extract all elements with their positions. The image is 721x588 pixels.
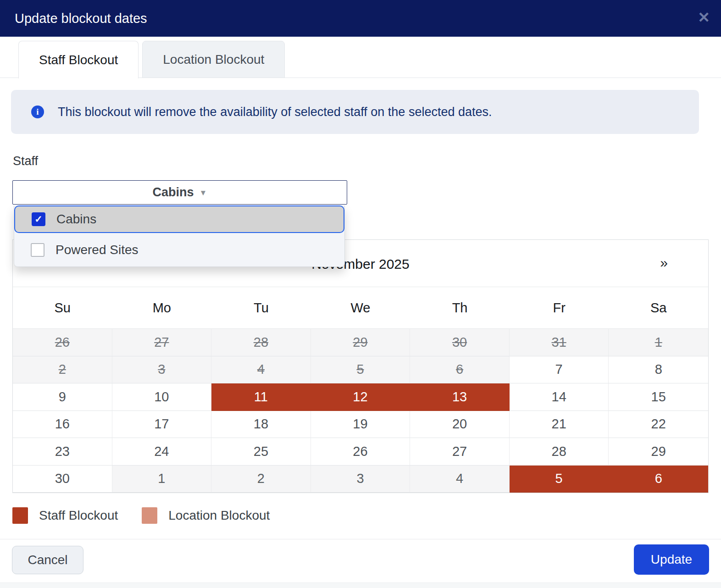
staff-dropdown-trigger[interactable]: Cabins ▼ xyxy=(12,180,347,205)
calendar-day-17-normal[interactable]: 17 xyxy=(112,411,212,438)
cancel-button[interactable]: Cancel xyxy=(12,546,83,574)
chevron-down-icon: ▼ xyxy=(200,187,207,198)
calendar-day-27-disabled[interactable]: 27 xyxy=(112,329,212,356)
calendar-day-8-normal[interactable]: 8 xyxy=(609,356,708,384)
modal-header: Update blockout dates ✕ xyxy=(0,0,721,37)
calendar-day-14-normal[interactable]: 14 xyxy=(510,383,609,411)
calendar-day-30-disabled[interactable]: 30 xyxy=(410,329,510,356)
calendar-day-23-normal[interactable]: 23 xyxy=(13,438,112,466)
day-header-we: We xyxy=(311,300,410,316)
legend-item-location-blockout: Location Blockout xyxy=(142,507,270,524)
calendar-grid: 2627282930311234567891011121314151617181… xyxy=(13,329,708,493)
day-header-fr: Fr xyxy=(510,300,609,316)
legend: Staff BlockoutLocation Blockout xyxy=(12,507,270,524)
calendar-day-21-normal[interactable]: 21 xyxy=(510,411,609,438)
day-of-week-row: SuMoTuWeThFrSa xyxy=(13,287,708,329)
calendar-day-9-normal[interactable]: 9 xyxy=(13,383,112,411)
calendar-day-1-disabled[interactable]: 1 xyxy=(609,329,708,356)
staff-dropdown-panel: ✓CabinsPowered Sites xyxy=(14,205,345,267)
calendar-day-5-disabled[interactable]: 5 xyxy=(311,356,410,384)
calendar-day-28-normal[interactable]: 28 xyxy=(510,438,609,466)
tab-staff-blockout[interactable]: Staff Blockout xyxy=(18,41,139,78)
calendar-day-3-disabled[interactable]: 3 xyxy=(112,356,212,384)
staff-dropdown-selected-label: Cabins xyxy=(153,185,194,200)
calendar-day-10-normal[interactable]: 10 xyxy=(112,383,212,411)
info-banner: i This blockout will remove the availabi… xyxy=(11,90,699,134)
calendar-day-6-disabled[interactable]: 6 xyxy=(410,356,510,384)
dropdown-option-label: Powered Sites xyxy=(55,243,139,257)
calendar-day-28-disabled[interactable]: 28 xyxy=(211,329,311,356)
staff-label: Staff xyxy=(13,154,38,168)
calendar-day-5-staff[interactable]: 5 xyxy=(510,466,609,493)
calendar-day-13-staff[interactable]: 13 xyxy=(410,383,510,411)
info-icon: i xyxy=(31,105,44,118)
legend-swatch-location-blockout xyxy=(142,507,157,524)
calendar-day-25-normal[interactable]: 25 xyxy=(211,438,311,466)
calendar-day-24-normal[interactable]: 24 xyxy=(112,438,212,466)
day-header-tu: Tu xyxy=(211,300,311,316)
page-bottom-strip xyxy=(0,582,721,588)
calendar-day-19-normal[interactable]: 19 xyxy=(311,411,410,438)
day-header-sa: Sa xyxy=(609,300,708,316)
checkbox-unchecked-icon[interactable] xyxy=(31,243,44,257)
checkbox-checked-icon[interactable]: ✓ xyxy=(32,212,45,226)
calendar-day-2-disabled[interactable]: 2 xyxy=(13,356,112,384)
dropdown-option-powered-sites[interactable]: Powered Sites xyxy=(14,233,344,267)
calendar-day-7-normal[interactable]: 7 xyxy=(510,356,609,384)
day-header-su: Su xyxy=(13,300,112,316)
calendar-day-15-normal[interactable]: 15 xyxy=(609,383,708,411)
legend-item-staff-blockout: Staff Blockout xyxy=(12,507,118,524)
calendar-day-16-normal[interactable]: 16 xyxy=(13,411,112,438)
modal-title: Update blockout dates xyxy=(15,0,147,37)
day-header-th: Th xyxy=(410,300,510,316)
dropdown-option-label: Cabins xyxy=(56,212,96,227)
legend-label: Staff Blockout xyxy=(39,508,118,523)
calendar-day-3-adjacent[interactable]: 3 xyxy=(311,466,410,493)
calendar-day-18-normal[interactable]: 18 xyxy=(211,411,311,438)
dropdown-option-cabins[interactable]: ✓Cabins xyxy=(14,205,344,233)
day-header-mo: Mo xyxy=(112,300,212,316)
calendar-day-22-normal[interactable]: 22 xyxy=(609,411,708,438)
calendar-day-31-disabled[interactable]: 31 xyxy=(510,329,609,356)
calendar-day-4-disabled[interactable]: 4 xyxy=(211,356,311,384)
calendar-day-26-normal[interactable]: 26 xyxy=(311,438,410,466)
tab-bar: Staff BlockoutLocation Blockout xyxy=(18,41,285,78)
calendar-day-27-normal[interactable]: 27 xyxy=(410,438,510,466)
legend-swatch-staff-blockout xyxy=(12,507,28,524)
calendar-day-11-staff[interactable]: 11 xyxy=(211,383,311,411)
calendar-day-29-normal[interactable]: 29 xyxy=(609,438,708,466)
update-button[interactable]: Update xyxy=(634,544,709,575)
update-blockout-dates-modal: Update blockout dates ✕ Staff BlockoutLo… xyxy=(0,0,721,588)
next-month-button[interactable]: » xyxy=(660,255,668,271)
calendar-day-12-staff[interactable]: 12 xyxy=(311,383,410,411)
calendar-day-26-disabled[interactable]: 26 xyxy=(13,329,112,356)
tab-location-blockout[interactable]: Location Blockout xyxy=(142,41,285,78)
calendar-day-1-adjacent[interactable]: 1 xyxy=(112,466,212,493)
legend-label: Location Blockout xyxy=(168,508,270,523)
calendar-day-2-adjacent[interactable]: 2 xyxy=(211,466,311,493)
calendar: November 2025 » SuMoTuWeThFrSa 262728293… xyxy=(12,239,709,493)
calendar-day-4-adjacent[interactable]: 4 xyxy=(410,466,510,493)
calendar-day-29-disabled[interactable]: 29 xyxy=(311,329,410,356)
footer-divider xyxy=(0,539,721,539)
calendar-day-20-normal[interactable]: 20 xyxy=(410,411,510,438)
calendar-day-30-normal[interactable]: 30 xyxy=(13,466,112,493)
close-icon[interactable]: ✕ xyxy=(698,10,710,25)
calendar-day-6-staff[interactable]: 6 xyxy=(609,466,708,493)
info-banner-text: This blockout will remove the availabili… xyxy=(58,105,492,119)
